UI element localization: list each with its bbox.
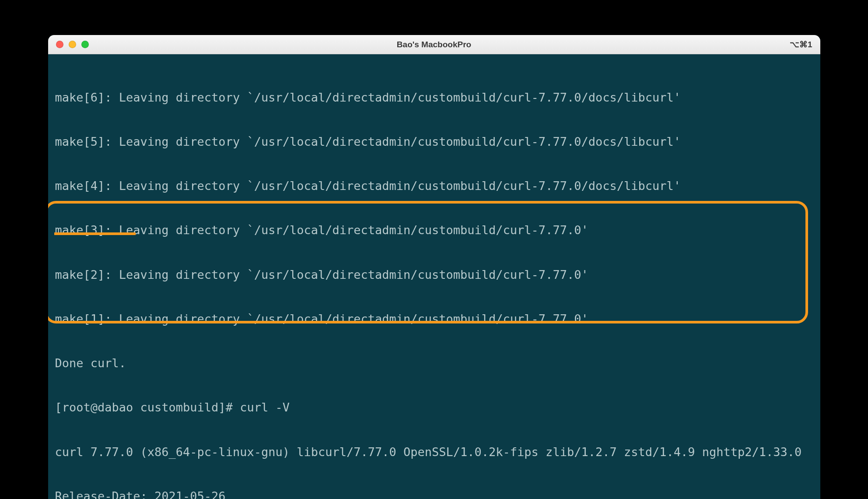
terminal-line: Done curl. xyxy=(55,356,813,371)
terminal-body[interactable]: make[6]: Leaving directory `/usr/local/d… xyxy=(48,54,820,499)
terminal-line: make[6]: Leaving directory `/usr/local/d… xyxy=(55,90,813,105)
traffic-lights xyxy=(56,41,89,48)
terminal-line: make[4]: Leaving directory `/usr/local/d… xyxy=(55,179,813,193)
terminal-line: make[5]: Leaving directory `/usr/local/d… xyxy=(55,134,813,149)
terminal-prompt-line: [root@dabao custombuild]# curl -V xyxy=(55,400,813,415)
terminal-line: Release-Date: 2021-05-26 xyxy=(55,489,813,499)
fullscreen-icon[interactable] xyxy=(81,41,89,48)
annotation-box xyxy=(48,201,808,323)
minimize-icon[interactable] xyxy=(69,41,76,48)
close-icon[interactable] xyxy=(56,41,63,48)
window-shortcut: ⌥⌘1 xyxy=(790,39,812,49)
terminal-line: make[3]: Leaving directory `/usr/local/d… xyxy=(55,223,813,238)
terminal-line: curl 7.77.0 (x86_64-pc-linux-gnu) libcur… xyxy=(55,445,813,460)
terminal-line: make[1]: Leaving directory `/usr/local/d… xyxy=(55,312,813,327)
terminal-line: make[2]: Leaving directory `/usr/local/d… xyxy=(55,267,813,282)
window-title: Bao's MacbookPro xyxy=(48,40,820,49)
terminal-window: Bao's MacbookPro ⌥⌘1 make[6]: Leaving di… xyxy=(48,35,820,499)
window-titlebar[interactable]: Bao's MacbookPro ⌥⌘1 xyxy=(48,35,820,54)
